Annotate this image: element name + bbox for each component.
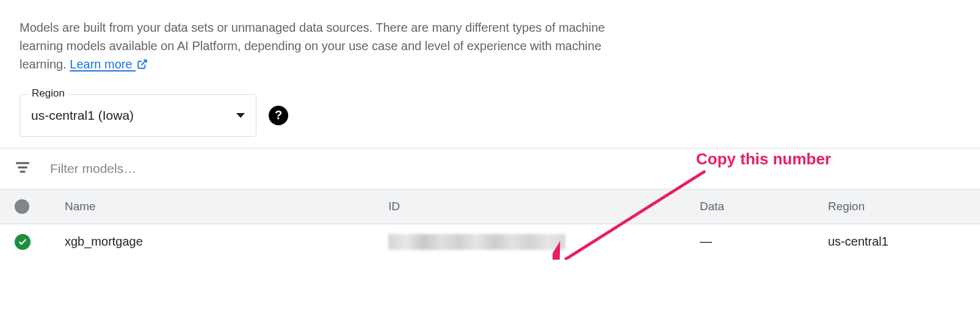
status-header-icon — [15, 199, 29, 214]
model-name[interactable]: xgb_mortgage — [65, 235, 388, 249]
column-header-data[interactable]: Data — [700, 200, 828, 213]
external-link-icon — [137, 56, 148, 75]
learn-more-label: Learn more — [70, 57, 132, 71]
chevron-down-icon — [236, 113, 245, 118]
learn-more-link[interactable]: Learn more — [70, 57, 148, 71]
column-header-name[interactable]: Name — [65, 200, 388, 213]
column-header-region[interactable]: Region — [828, 200, 965, 213]
model-region: us-central1 — [828, 235, 965, 249]
help-icon[interactable]: ? — [269, 106, 288, 125]
description-text: Models are built from your data sets or … — [20, 18, 606, 75]
table-row[interactable]: xgb_mortgage — us-central1 — [0, 224, 980, 260]
redacted-id — [388, 234, 565, 250]
svg-rect-2 — [18, 166, 27, 168]
column-header-id[interactable]: ID — [388, 200, 700, 213]
model-id — [388, 234, 700, 250]
filter-icon — [15, 159, 31, 178]
region-select[interactable]: us-central1 (Iowa) — [20, 94, 256, 137]
status-success-icon — [15, 234, 31, 250]
svg-line-0 — [142, 60, 147, 65]
region-value: us-central1 (Iowa) — [31, 108, 134, 123]
svg-rect-1 — [16, 162, 29, 164]
table-header-row: Name ID Data Region — [0, 189, 980, 224]
svg-rect-3 — [20, 170, 26, 172]
filter-input[interactable] — [50, 161, 965, 176]
model-data: — — [700, 235, 828, 249]
region-label: Region — [28, 87, 68, 100]
